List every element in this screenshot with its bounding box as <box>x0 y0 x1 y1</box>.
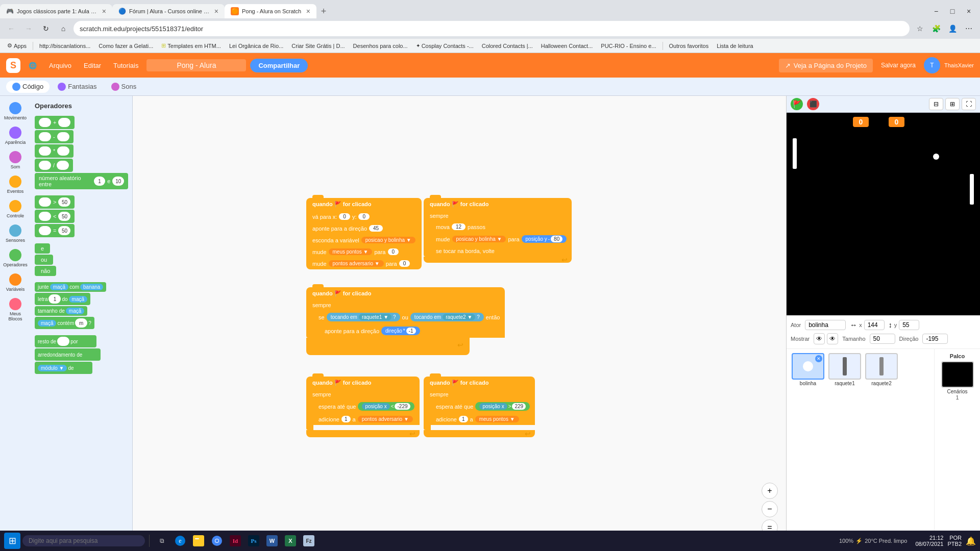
sprite-raquete2[interactable]: raquete2 <box>864 353 899 386</box>
globe-btn[interactable]: 🌐 <box>24 60 41 71</box>
project-name-input[interactable] <box>146 59 246 71</box>
palco-thumbnail[interactable] <box>941 361 974 388</box>
touching-raquete1-block[interactable]: tocando em raquete1 ▼ ? <box>327 313 400 321</box>
change-var2-val[interactable]: 0 <box>399 260 410 267</box>
bookmark-lista[interactable]: Lista de leitura <box>714 42 756 50</box>
sprite-raquete2-thumb[interactable] <box>865 353 898 380</box>
op-div-left[interactable] <box>39 161 51 170</box>
block-group-ball-setup[interactable]: quando 🚩 for clicado vá para x: 0 y: 0 a… <box>306 198 422 269</box>
category-movimento[interactable]: Movimento <box>2 100 29 122</box>
category-aparencia[interactable]: Aparência <box>3 124 28 147</box>
home-button[interactable]: ⌂ <box>56 21 70 36</box>
save-now-button[interactable]: Salvar agora <box>877 60 920 71</box>
op-add-left[interactable] <box>39 118 51 127</box>
green-flag-button[interactable]: 🚩 <box>791 98 803 110</box>
op-eq-block[interactable]: = 50 <box>35 224 128 237</box>
size-input[interactable] <box>870 334 895 344</box>
tab-1-close[interactable]: × <box>102 7 106 15</box>
bookmark-colored[interactable]: Colored Contacts |... <box>479 42 536 50</box>
taskbar-filezilla-icon[interactable]: Fz <box>301 533 317 549</box>
wait-until-block-right[interactable]: posição x > 229 <box>475 402 530 411</box>
zoom-out-button[interactable]: − <box>762 501 778 517</box>
op-gt[interactable]: > 50 <box>35 195 75 209</box>
close-btn[interactable]: × <box>962 4 976 18</box>
tab-2-close[interactable]: × <box>214 7 218 15</box>
goto-y-input[interactable]: 0 <box>358 213 370 220</box>
op-length-str[interactable]: maçã <box>66 308 84 314</box>
user-profile-btn[interactable]: 👤 <box>945 21 960 36</box>
sprite-bolinha[interactable]: ✕ bolinha <box>791 353 825 386</box>
share-button[interactable]: Compartilhar <box>250 59 308 72</box>
point-dir-input[interactable]: 45 <box>369 225 383 232</box>
op-and-block[interactable]: e <box>35 243 128 254</box>
op-gt-block[interactable]: > 50 <box>35 195 128 209</box>
op-round-val[interactable] <box>83 350 97 359</box>
category-meus-blocos[interactable]: Meus Blocos <box>2 296 29 323</box>
file-menu-btn[interactable]: Arquivo <box>45 60 76 71</box>
change-var1-val[interactable]: 0 <box>388 248 399 255</box>
extensions-btn[interactable]: 🧩 <box>929 21 943 36</box>
y-input[interactable] <box>899 320 919 330</box>
actor-name-input[interactable] <box>805 320 846 330</box>
op-lt[interactable]: < 50 <box>35 210 75 223</box>
large-stage-btn[interactable]: ⊞ <box>945 98 960 110</box>
op-gt-right[interactable]: 50 <box>58 197 70 207</box>
tab-code[interactable]: Código <box>6 81 50 93</box>
op-or-block[interactable]: ou <box>35 255 128 265</box>
taskbar-chrome-icon[interactable] <box>209 533 225 549</box>
bookmark-templates[interactable]: ⊞ Templates em HTM... <box>158 41 224 50</box>
taskbar-edge-icon[interactable]: e <box>172 533 188 549</box>
wait-until-block-left[interactable]: posição x < -229 <box>358 402 414 411</box>
category-operadores[interactable]: Operadores <box>1 247 30 269</box>
op-eq-left[interactable] <box>39 226 51 235</box>
edit-menu-btn[interactable]: Editar <box>80 60 105 71</box>
op-random-min[interactable]: 1 <box>94 177 106 186</box>
op-not[interactable]: não <box>35 266 56 276</box>
op-mod-block[interactable]: resto de por <box>35 335 128 347</box>
taskbar-indesign-icon[interactable]: Id <box>227 533 243 549</box>
op-modulo[interactable]: módulo ▼ de <box>35 362 92 374</box>
category-variaveis[interactable]: Variáveis <box>4 271 27 294</box>
script-area[interactable]: quando 🚩 for clicado vá para x: 0 y: 0 a… <box>133 96 786 551</box>
category-eventos[interactable]: Eventos <box>5 173 26 196</box>
op-eq[interactable]: = 50 <box>35 224 75 237</box>
add-points-var-right[interactable]: meus pontos ▼ <box>475 416 519 422</box>
op-join[interactable]: junte maçã com banana <box>35 282 106 292</box>
taskbar-excel-icon[interactable]: X <box>282 533 299 549</box>
add-points-val-left[interactable]: 1 <box>341 416 351 422</box>
touching-raquete2-block[interactable]: tocando em raquete2 ▼ ? <box>410 313 484 321</box>
bookmark-halloween[interactable]: Halloween Contact... <box>538 42 596 50</box>
tab-sounds[interactable]: Sons <box>105 81 143 93</box>
block-group-score-right[interactable]: quando 🚩 for clicado sempre espera até q… <box>424 377 535 437</box>
bookmark-biscanlations[interactable]: http://biscanlations... <box>36 42 93 50</box>
bookmark-lei[interactable]: Lei Orgânica de Rio... <box>226 42 286 50</box>
op-length-block[interactable]: tamanho de maçã <box>35 306 128 316</box>
goto-x-input[interactable]: 0 <box>339 213 350 220</box>
sprite-raquete1[interactable]: raquete1 <box>827 353 862 386</box>
change-var1-dropdown[interactable]: meus pontos ▼ <box>329 248 373 255</box>
category-controle[interactable]: Controle <box>5 198 26 220</box>
op-add-block[interactable]: + <box>35 116 128 129</box>
op-length[interactable]: tamanho de maçã <box>35 306 87 316</box>
add-points-var-left[interactable]: pontos adversario ▼ <box>358 416 413 422</box>
op-random[interactable]: número aleatório entre 1 e 10 <box>35 173 128 189</box>
block-group-ball-move[interactable]: quando 🚩 for clicado sempre mova 12 pass… <box>424 198 572 263</box>
op-letter[interactable]: letra 1 do maçã <box>35 293 90 305</box>
zoom-in-button[interactable]: + <box>762 483 778 499</box>
op-join-block[interactable]: junte maçã com banana <box>35 282 128 292</box>
op-modulo-val[interactable] <box>75 363 89 372</box>
tutorials-btn[interactable]: Tutoriais <box>109 60 142 71</box>
op-round[interactable]: arredondamento de <box>35 348 101 361</box>
fullscreen-btn[interactable]: ⛶ <box>962 98 976 110</box>
user-avatar[interactable]: T <box>924 57 940 73</box>
user-name-label[interactable]: ThaisXavier <box>944 62 974 68</box>
start-button[interactable]: ⊞ <box>4 533 20 549</box>
stop-button[interactable]: ⬛ <box>807 98 819 110</box>
op-mod[interactable]: resto de por <box>35 335 96 347</box>
add-points-val-right[interactable]: 1 <box>459 416 468 422</box>
op-random-max[interactable]: 10 <box>112 177 124 186</box>
op-sub-right[interactable] <box>57 132 69 141</box>
op-add-right[interactable] <box>58 118 70 127</box>
tab-2[interactable]: 🔵 Fórum | Alura - Cursos online de ... × <box>112 4 225 18</box>
bookmark-outros[interactable]: Outros favoritos <box>666 42 712 50</box>
